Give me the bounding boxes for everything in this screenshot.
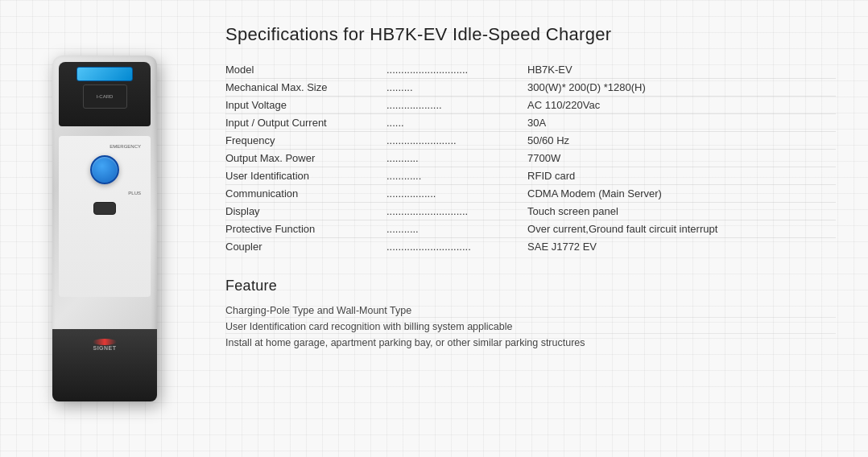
table-row: Communication ................. CDMA Mod…: [225, 185, 836, 203]
spec-value: 7700W: [527, 150, 836, 167]
card-label: I-CARD: [97, 94, 114, 99]
spec-value: Touch screen panel: [527, 203, 836, 220]
feature-title: Feature: [225, 278, 836, 294]
spec-value: RFID card: [527, 167, 836, 185]
spec-label: Communication: [225, 185, 386, 203]
spec-label: Coupler: [225, 238, 386, 256]
table-row: Model ............................ HB7K-…: [225, 61, 836, 79]
spec-label: User Identification: [225, 167, 386, 185]
spec-value: CDMA Modem (Main Server): [527, 185, 836, 203]
table-row: Coupler ............................. SA…: [225, 238, 836, 256]
spec-label: Protective Function: [225, 220, 386, 238]
spec-dots: ............................: [386, 203, 527, 220]
charger-section: I-CARD EMERGENCY PLUS SIGNET: [0, 0, 209, 457]
blue-action-button[interactable]: [90, 155, 119, 184]
card-reader: I-CARD: [83, 84, 127, 109]
charger-display-screen: [76, 67, 133, 81]
table-row: Frequency ........................ 50/60…: [225, 132, 836, 150]
charger-outer-shell: I-CARD EMERGENCY PLUS SIGNET: [52, 56, 157, 401]
table-row: Display ............................ Tou…: [225, 203, 836, 220]
page-container: I-CARD EMERGENCY PLUS SIGNET: [0, 0, 868, 457]
spec-value: HB7K-EV: [527, 61, 836, 79]
feature-item: Install at home garage, apartment parkin…: [225, 336, 836, 349]
brand-logo: SIGNET: [93, 339, 117, 351]
table-row: User Identification ............ RFID ca…: [225, 167, 836, 185]
spec-dots: ............: [386, 167, 527, 185]
spec-dots: .........: [386, 79, 527, 97]
spec-value: Over current,Ground fault circuit interr…: [527, 220, 836, 238]
emergency-label: EMERGENCY: [110, 144, 141, 149]
feature-list: Charging-Pole Type and Wall-Mount TypeUs…: [225, 304, 836, 349]
feature-item: Charging-Pole Type and Wall-Mount Type: [225, 304, 836, 318]
connector-port: [93, 202, 116, 215]
spec-label: Model: [225, 61, 386, 79]
spec-dots: .............................: [386, 238, 527, 256]
plus-label: PLUS: [128, 191, 141, 196]
logo-text: SIGNET: [93, 345, 116, 351]
spec-label: Output Max. Power: [225, 150, 386, 167]
spec-label: Display: [225, 203, 386, 220]
spec-label: Input / Output Current: [225, 114, 386, 132]
charger-bottom-section: SIGNET: [52, 329, 157, 401]
spec-dots: ............................: [386, 61, 527, 79]
table-row: Input Voltage ................... AC 110…: [225, 97, 836, 114]
spec-dots: ........................: [386, 132, 527, 150]
spec-value: SAE J1772 EV: [527, 238, 836, 256]
spec-label: Frequency: [225, 132, 386, 150]
spec-dots: ......: [386, 114, 527, 132]
spec-label: Input Voltage: [225, 97, 386, 114]
table-row: Input / Output Current ...... 30A: [225, 114, 836, 132]
spec-value: AC 110/220Vac: [527, 97, 836, 114]
charger-middle-section: EMERGENCY PLUS: [59, 136, 151, 297]
spec-value: 300(W)* 200(D) *1280(H): [527, 79, 836, 97]
spec-value: 30A: [527, 114, 836, 132]
specs-section: Specifications for HB7K-EV Idle-Speed Ch…: [209, 0, 868, 457]
charger-device: I-CARD EMERGENCY PLUS SIGNET: [52, 56, 157, 401]
logo-swoosh: [93, 339, 117, 345]
specs-table: Model ............................ HB7K-…: [225, 61, 836, 255]
feature-section: Feature Charging-Pole Type and Wall-Moun…: [225, 278, 836, 349]
spec-dots: ...........: [386, 150, 527, 167]
page-title: Specifications for HB7K-EV Idle-Speed Ch…: [225, 24, 836, 45]
table-row: Protective Function ........... Over cur…: [225, 220, 836, 238]
table-row: Output Max. Power ........... 7700W: [225, 150, 836, 167]
spec-label: Mechanical Max. Size: [225, 79, 386, 97]
spec-value: 50/60 Hz: [527, 132, 836, 150]
spec-dots: .................: [386, 185, 527, 203]
spec-dots: ...........: [386, 220, 527, 238]
feature-item: User Identification card recognition wit…: [225, 320, 836, 334]
table-row: Mechanical Max. Size ......... 300(W)* 2…: [225, 79, 836, 97]
charger-top-panel: I-CARD: [59, 62, 151, 126]
spec-dots: ...................: [386, 97, 527, 114]
